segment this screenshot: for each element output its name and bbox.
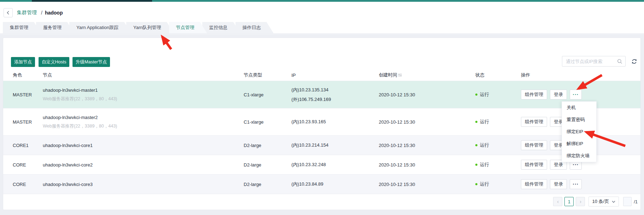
node-name: uhadoop-ln3wvkci-master2 [43,115,244,120]
cell-role: CORE1 [13,143,43,148]
page-jump-input[interactable] [623,197,632,206]
login-button[interactable]: 登录 [550,179,567,189]
status-dot [475,164,477,166]
breadcrumb-current-wrap: / hadoop [41,10,63,16]
context-menu-item[interactable]: 解绑EIP [562,138,596,150]
node-name: uhadoop-ln3wvkci-master1 [43,87,244,93]
cell-created-time: 2020-10-12 15:30 [379,182,475,187]
status-badge: 运行 [480,181,489,187]
status-dot [475,183,477,185]
cell-node: uhadoop-ln3wvkci-core1 [43,143,244,148]
chevron-left-icon [6,11,10,15]
tab-service[interactable]: 服务管理 [36,22,74,33]
cell-created-time: 2020-10-12 15:30 [379,92,475,97]
header-status: 状态 [475,72,521,78]
tab-operation-log[interactable]: 操作日志 [236,22,274,33]
tab-label: 操作日志 [243,25,261,30]
more-actions-button[interactable]: ··· [570,90,582,100]
table-row: CORE1 uhadoop-ln3wvkci-core1 D2-large (内… [3,136,640,155]
chevron-down-icon [612,200,615,203]
component-manage-button[interactable]: 组件管理 [521,117,547,127]
tab-label: 服务管理 [43,25,62,30]
breadcrumb-root-link[interactable]: 集群管理 [17,10,37,16]
node-subtext: Web服务器推荐(22，3389，80，443) [43,96,244,102]
tab-cluster[interactable]: 集群管理 [3,22,41,33]
internal-ip: (内)10.23.32.248 [291,162,379,168]
cell-created-time: 2020-10-12 15:30 [379,119,475,125]
total-pages-label: /1 [634,199,638,204]
internal-ip: (内)10.23.135.134 [291,87,379,93]
tab-bar: 集群管理服务管理Yarn Application跟踪Yarn队列管理节点管理监控… [0,22,644,34]
internal-ip: (内)10.23.84.89 [291,181,379,187]
cluster-management-page: 集群管理 / hadoop 集群管理服务管理Yarn Application跟踪… [0,0,644,215]
component-manage-button[interactable]: 组件管理 [521,90,547,100]
component-manage-button[interactable]: 组件管理 [521,179,547,189]
tab-label: 集群管理 [10,25,28,30]
top-strip [0,0,644,2]
cell-actions: 组件管理 登录 ··· [521,179,640,189]
cell-status: 运行 [475,91,521,98]
tab-monitor[interactable]: 监控信息 [202,22,240,33]
cell-status: 运行 [475,162,521,168]
cell-node-type: C1-xlarge [244,119,291,125]
cell-created-time: 2020-10-12 15:30 [379,143,475,148]
table-body: MASTER uhadoop-ln3wvkci-master1 Web服务器推荐… [3,81,640,194]
cell-ip: (内)10.23.32.248 [291,162,379,168]
search-input[interactable] [562,59,617,64]
cell-role: CORE [13,162,43,168]
internal-ip: (内)10.23.214.154 [291,142,379,148]
page-size-select[interactable]: 10 条/页 [588,197,619,206]
component-manage-button[interactable]: 组件管理 [521,140,547,150]
context-menu-item[interactable]: 重置密码 [562,114,596,126]
component-manage-button[interactable]: 组件管理 [521,160,547,170]
node-management-panel: 添加节点 自定义Hosts 升级Master节点 角色 节点 节点类型 IP 创… [3,38,641,210]
status-dot [475,121,477,123]
tab-yarn-queue[interactable]: Yarn队列管理 [126,22,174,33]
upgrade-master-button[interactable]: 升级Master节点 [72,57,110,67]
current-page-button[interactable]: 1 [564,197,574,206]
cell-node: uhadoop-ln3wvkci-master2 Web服务器推荐(22，338… [43,115,244,129]
context-menu-item[interactable]: 关机 [562,102,596,114]
next-page-button[interactable]: › [576,197,585,206]
internal-ip: (内)10.23.93.165 [291,119,379,125]
table-row: CORE uhadoop-ln3wvkci-core3 D2-large (内)… [3,175,640,194]
top-strip-segment [32,0,152,2]
node-name: uhadoop-ln3wvkci-core3 [43,182,244,187]
cell-actions: 组件管理 登录 ··· [521,90,640,100]
cell-node: uhadoop-ln3wvkci-core2 [43,162,244,168]
header-created[interactable]: 创建时间 [379,72,475,78]
tab-label: Yarn队列管理 [133,25,161,30]
tab-yarn-application[interactable]: Yarn Application跟踪 [69,22,131,33]
cell-ip: (内)10.23.84.89 [291,181,379,187]
cell-ip: (内)10.23.214.154 [291,142,379,148]
custom-hosts-button[interactable]: 自定义Hosts [39,57,69,67]
refresh-icon [631,58,637,64]
cell-node-type: D2-large [244,182,291,187]
breadcrumb-current: hadoop [45,10,63,16]
context-menu-item[interactable]: 绑定EIP [562,126,596,138]
search-icon[interactable] [617,59,622,64]
cell-node-type: C1-xlarge [244,92,291,97]
node-name: uhadoop-ln3wvkci-core1 [43,143,244,148]
tab-node[interactable]: 节点管理 [169,22,207,33]
header-node: 节点 [43,72,244,78]
more-actions-button[interactable]: ··· [570,179,582,189]
prev-page-button[interactable]: ‹ [553,197,562,206]
breadcrumb: 集群管理 / hadoop [4,8,63,18]
add-node-button[interactable]: 添加节点 [11,57,35,67]
cell-status: 运行 [475,181,521,187]
cell-node: uhadoop-ln3wvkci-core3 [43,182,244,187]
sort-icon[interactable] [399,73,402,77]
cell-status: 运行 [475,142,521,148]
login-button[interactable]: 登录 [550,90,567,100]
table-row: MASTER uhadoop-ln3wvkci-master1 Web服务器推荐… [3,81,640,108]
refresh-button[interactable] [629,56,639,66]
status-dot [475,144,477,146]
tab-label: Yarn Application跟踪 [76,25,118,30]
cell-ip: (内)10.23.93.165 [291,119,379,125]
cell-node-type: D2-large [244,162,291,168]
context-menu-item[interactable]: 绑定防火墙 [562,150,596,162]
cell-status: 运行 [475,119,521,125]
status-badge: 运行 [480,119,489,125]
back-button[interactable] [4,8,13,17]
